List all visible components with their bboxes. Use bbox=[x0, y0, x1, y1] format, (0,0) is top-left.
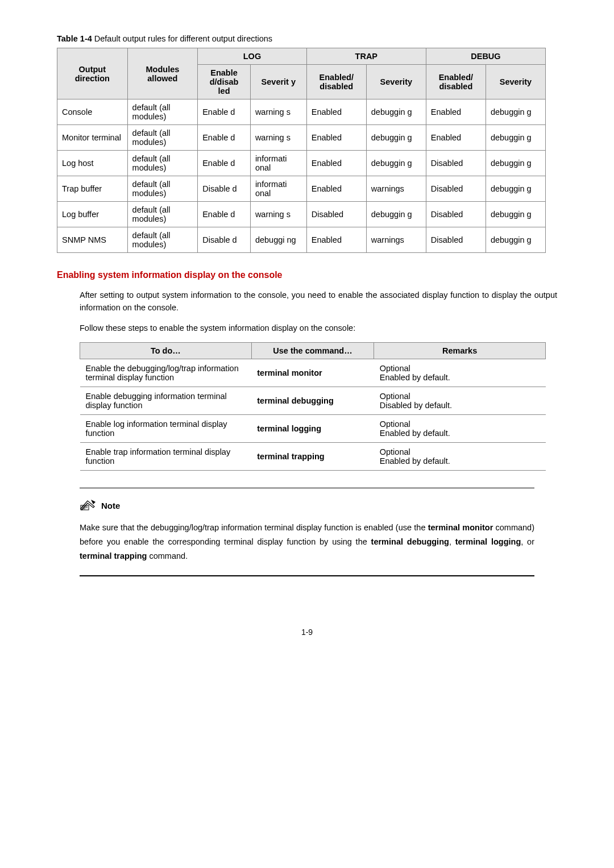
table-cell: SNMP NMS bbox=[57, 227, 128, 253]
table-cell: Console bbox=[57, 99, 128, 125]
table-cell: Disabled bbox=[426, 176, 486, 202]
note-sep2: , or bbox=[521, 537, 534, 546]
table-cell: Disable d bbox=[198, 227, 251, 253]
note-sep1: , bbox=[449, 537, 455, 546]
table-cell: terminal logging bbox=[251, 415, 374, 443]
table-cell: Enabled bbox=[426, 99, 486, 125]
table-cell: Enabled bbox=[306, 125, 366, 151]
table-cell: debuggin g bbox=[486, 176, 545, 202]
page-number: 1-9 bbox=[57, 628, 557, 637]
note-b4: terminal trapping bbox=[80, 551, 147, 560]
table-cell: Enabled bbox=[306, 99, 366, 125]
table-cell: warnings bbox=[366, 227, 426, 253]
table-cell: OptionalEnabled by default. bbox=[374, 359, 546, 387]
table-row: SNMP NMSdefault (all modules)Disable dde… bbox=[57, 227, 546, 253]
note-t-before: Make sure that the debugging/log/trap in… bbox=[80, 523, 428, 532]
table-cell: Enabled bbox=[306, 176, 366, 202]
table-cell: Enable d bbox=[198, 125, 251, 151]
table-row: Consoledefault (all modules)Enable dwarn… bbox=[57, 99, 546, 125]
table-cell: OptionalDisabled by default. bbox=[374, 387, 546, 415]
th-log: LOG bbox=[198, 48, 307, 65]
table1-caption: Table 1-4 Default output rules for diffe… bbox=[57, 34, 557, 43]
table-cell: informati onal bbox=[250, 151, 306, 176]
table1-caption-rest: Default output rules for different outpu… bbox=[92, 34, 272, 43]
table-row: Enable debugging information terminal di… bbox=[80, 387, 546, 415]
note-icon bbox=[80, 499, 97, 513]
th-sev2: Severity bbox=[366, 65, 426, 99]
table-cell: default (all modules) bbox=[127, 202, 198, 227]
table-row: Enable the debugging/log/trap informatio… bbox=[80, 359, 546, 387]
note-label: Note bbox=[101, 501, 120, 510]
table-cell: Monitor terminal bbox=[57, 125, 128, 151]
table-row: Log bufferdefault (all modules)Enable dw… bbox=[57, 202, 546, 227]
note-b2: terminal debugging bbox=[371, 537, 449, 546]
table-cell: debuggi ng bbox=[250, 227, 306, 253]
table-row: Trap bufferdefault (all modules)Disable … bbox=[57, 176, 546, 202]
note-box: Note Make sure that the debugging/log/tr… bbox=[80, 488, 534, 576]
th-cmd: Use the command… bbox=[251, 343, 374, 359]
table-cell: Enabled bbox=[306, 227, 366, 253]
table-cell: debuggin g bbox=[486, 202, 545, 227]
note-t-after: command. bbox=[147, 551, 188, 560]
table-cell: default (all modules) bbox=[127, 99, 198, 125]
table-cell: Disabled bbox=[426, 202, 486, 227]
th-enable1: Enable d/disab led bbox=[198, 65, 251, 99]
para2: Follow these steps to enable the system … bbox=[80, 322, 557, 335]
table-cell: Enable log information terminal display … bbox=[80, 415, 252, 443]
table-cell: default (all modules) bbox=[127, 125, 198, 151]
para1: After setting to output system informati… bbox=[80, 289, 557, 314]
table-cell: informati onal bbox=[250, 176, 306, 202]
table-cell: Enabled bbox=[306, 151, 366, 176]
table-cell: Log buffer bbox=[57, 202, 128, 227]
table1-caption-bold: Table 1-4 bbox=[57, 34, 92, 43]
table-row: Log hostdefault (all modules)Enable dinf… bbox=[57, 151, 546, 176]
table-cell: Enable trap information terminal display… bbox=[80, 443, 252, 471]
table-cell: debuggin g bbox=[486, 99, 545, 125]
note-b1: terminal monitor bbox=[428, 523, 493, 532]
table-cell: OptionalEnabled by default. bbox=[374, 443, 546, 471]
th-sev1: Severit y bbox=[250, 65, 306, 99]
th-enable3: Enabled/ disabled bbox=[426, 65, 486, 99]
table-cell: Log host bbox=[57, 151, 128, 176]
table-cell: debuggin g bbox=[366, 151, 426, 176]
table-cell: warning s bbox=[250, 125, 306, 151]
table-cell: terminal monitor bbox=[251, 359, 374, 387]
table-cell: default (all modules) bbox=[127, 176, 198, 202]
note-text: Make sure that the debugging/log/trap in… bbox=[80, 521, 534, 563]
table-cell: default (all modules) bbox=[127, 151, 198, 176]
th-trap: TRAP bbox=[306, 48, 426, 65]
table-cell: OptionalEnabled by default. bbox=[374, 415, 546, 443]
table-cell: Disabled bbox=[306, 202, 366, 227]
table-cell: Enable debugging information terminal di… bbox=[80, 387, 252, 415]
table-cell: Enabled bbox=[426, 125, 486, 151]
th-sev3: Severity bbox=[486, 65, 545, 99]
table2: To do… Use the command… Remarks Enable t… bbox=[80, 342, 546, 471]
table-cell: Enable d bbox=[198, 151, 251, 176]
th-todo: To do… bbox=[80, 343, 252, 359]
table-cell: Enable d bbox=[198, 202, 251, 227]
th-debug: DEBUG bbox=[426, 48, 545, 65]
table-cell: Disabled bbox=[426, 151, 486, 176]
table-cell: warning s bbox=[250, 99, 306, 125]
table-cell: terminal trapping bbox=[251, 443, 374, 471]
table-cell: warning s bbox=[250, 202, 306, 227]
table1: Output direction Modules allowed LOG TRA… bbox=[57, 48, 546, 253]
table-cell: warnings bbox=[366, 176, 426, 202]
table-row: Monitor terminaldefault (all modules)Ena… bbox=[57, 125, 546, 151]
th-enable2: Enabled/ disabled bbox=[306, 65, 366, 99]
table-row: Enable trap information terminal display… bbox=[80, 443, 546, 471]
table-cell: Disable d bbox=[198, 176, 251, 202]
table-cell: debuggin g bbox=[486, 151, 545, 176]
table-cell: debuggin g bbox=[486, 227, 545, 253]
table-cell: terminal debugging bbox=[251, 387, 374, 415]
th-modules: Modules allowed bbox=[127, 48, 198, 99]
table-cell: Enable d bbox=[198, 99, 251, 125]
table-cell: Enable the debugging/log/trap informatio… bbox=[80, 359, 252, 387]
table-cell: Disabled bbox=[426, 227, 486, 253]
th-remarks: Remarks bbox=[374, 343, 546, 359]
table-cell: Trap buffer bbox=[57, 176, 128, 202]
table-row: Enable log information terminal display … bbox=[80, 415, 546, 443]
table-cell: debuggin g bbox=[366, 125, 426, 151]
table-cell: debuggin g bbox=[366, 202, 426, 227]
table-cell: debuggin g bbox=[366, 99, 426, 125]
